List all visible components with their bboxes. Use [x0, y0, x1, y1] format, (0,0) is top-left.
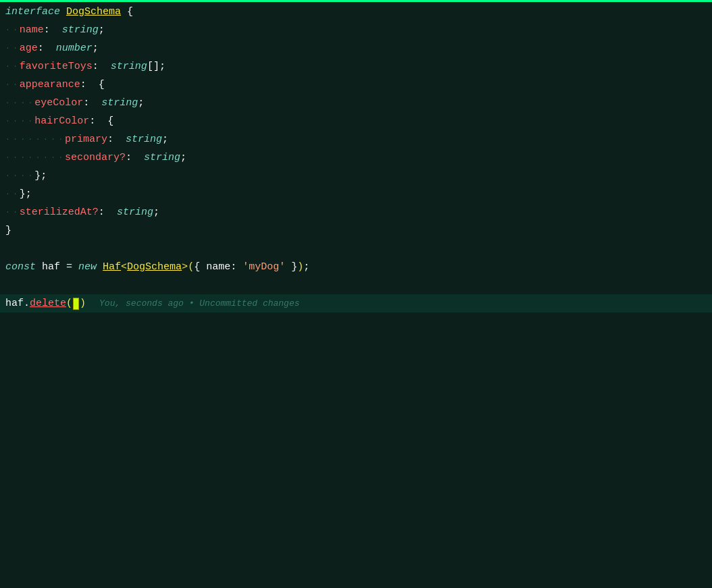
code-line-9: · · · · · · · ·secondary?: string;: [0, 149, 712, 167]
colon: :: [107, 130, 126, 149]
colon: :: [83, 94, 101, 112]
indent-dots: · ·: [5, 57, 17, 76]
class-haf: Haf: [103, 258, 121, 276]
code-content[interactable]: interface DogSchema { · ·name: string; ·…: [0, 0, 712, 315]
obj-close: }: [285, 258, 297, 276]
colon: :: [99, 203, 117, 221]
method-delete: delete: [30, 294, 66, 313]
code-editor: interface DogSchema { · ·name: string; ·…: [0, 0, 712, 588]
code-line-8: · · · · · · · ·primary: string;: [0, 130, 712, 149]
colon: :: [38, 39, 56, 57]
code-line-5: · ·appearance: {: [0, 76, 712, 94]
prop-favoritetoys: favoriteToys: [20, 57, 93, 76]
type-number: number: [56, 39, 93, 57]
var-haf: haf: [42, 258, 66, 276]
keyword-interface: interface: [5, 3, 66, 21]
indent-dots: · ·: [5, 185, 17, 203]
prop-appearance: appearance: [20, 76, 80, 94]
semicolon: ;: [162, 130, 168, 149]
code-line-2: · ·name: string;: [0, 21, 712, 39]
indent-dots: · · · · · · · ·: [5, 149, 62, 167]
brace-close: };: [20, 185, 32, 203]
semicolon: ;: [159, 57, 166, 76]
prop-age: age: [20, 39, 38, 57]
semicolon: ;: [99, 21, 105, 39]
paren-open: (: [66, 294, 72, 313]
colon: :: [89, 112, 107, 130]
colon: :: [126, 149, 144, 167]
paren-close: ): [297, 258, 303, 276]
type-string: string: [117, 203, 153, 221]
paren-close: ): [80, 294, 86, 313]
operator-equals: =: [66, 258, 78, 276]
keyword-const: const: [5, 258, 42, 276]
obj-open: {: [194, 258, 200, 276]
brace-close: }: [5, 221, 11, 240]
code-line-15: const haf = new Haf<DogSchema>({ name: '…: [0, 258, 712, 276]
code-line-4: · ·favoriteToys: string[];: [0, 57, 712, 76]
code-line-1: interface DogSchema {: [0, 3, 712, 21]
indent-dots: · · · ·: [5, 167, 32, 185]
array-brackets: []: [147, 57, 159, 76]
semicolon: ;: [153, 203, 159, 221]
code-line-3: · ·age: number;: [0, 39, 712, 57]
prop-eyecolor: eyeColor: [34, 94, 83, 112]
code-line-16: [0, 276, 712, 294]
colon: :: [44, 21, 62, 39]
optional-mark: ?: [120, 149, 126, 167]
var-haf-ref: haf.: [5, 294, 30, 313]
prop-haircolor: hairColor: [34, 112, 89, 130]
git-blame: You, seconds ago • Uncommitted changes: [99, 294, 299, 313]
colon: :: [93, 57, 111, 76]
text-cursor: [73, 298, 79, 310]
indent-dots: · ·: [5, 203, 17, 221]
type-string: string: [62, 21, 99, 39]
brace-open: {: [99, 76, 105, 94]
brace-close: };: [34, 167, 47, 185]
type-dogschema-ref: DogSchema: [127, 258, 182, 276]
keyword-new: new: [78, 258, 103, 276]
indent-dots: · ·: [5, 21, 17, 39]
indent-dots: · · · ·: [5, 94, 32, 112]
brace-open: {: [121, 3, 133, 21]
type-string: string: [144, 149, 180, 167]
semicolon: ;: [303, 258, 309, 276]
prop-primary: primary: [65, 130, 107, 149]
indent-dots: · ·: [5, 76, 17, 94]
code-line-13: }: [0, 221, 712, 240]
code-line-11: · ·};: [0, 185, 712, 203]
semicolon: ;: [180, 149, 186, 167]
obj-name-label: name:: [200, 258, 243, 276]
colon: :: [80, 76, 99, 94]
prop-secondary: secondary: [65, 149, 120, 167]
type-dogschema: DogSchema: [66, 3, 121, 21]
prop-name: name: [20, 21, 44, 39]
code-line-7: · · · ·hairColor: {: [0, 112, 712, 130]
code-line-17[interactable]: haf.delete()You, seconds ago • Uncommitt…: [0, 294, 712, 313]
type-string: string: [111, 57, 147, 76]
code-line-10: · · · ·};: [0, 167, 712, 185]
indent-dots: · · · · · · · ·: [5, 130, 62, 149]
paren-open: (: [188, 258, 194, 276]
generic-open: <: [121, 258, 127, 276]
optional-mark: ?: [93, 203, 99, 221]
brace-open: {: [107, 112, 113, 130]
semicolon: ;: [138, 94, 144, 112]
generic-close: >: [182, 258, 188, 276]
code-line-14: [0, 240, 712, 258]
indent-dots: · · · ·: [5, 112, 32, 130]
string-mydog: 'myDog': [243, 258, 285, 276]
code-line-6: · · · ·eyeColor: string;: [0, 94, 712, 112]
type-string: string: [101, 94, 138, 112]
code-line-12: · ·sterilizedAt?: string;: [0, 203, 712, 221]
type-string: string: [126, 130, 162, 149]
prop-sterilizedat: sterilizedAt: [20, 203, 93, 221]
indent-dots: · ·: [5, 39, 17, 57]
semicolon: ;: [93, 39, 99, 57]
